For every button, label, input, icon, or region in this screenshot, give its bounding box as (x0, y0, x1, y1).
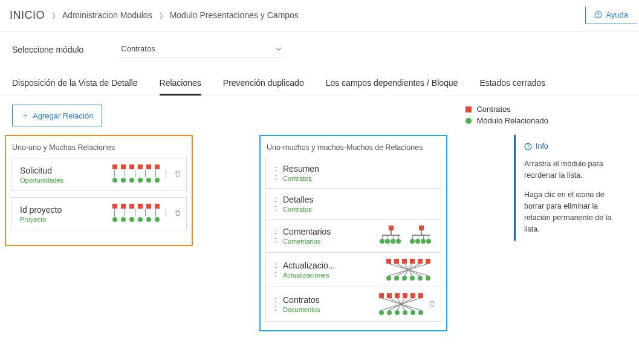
toolbar-row: ＋ Agregar Relación Contratos Módulo Rela… (0, 96, 639, 128)
relation-sub: Proyecto (20, 216, 74, 223)
drag-handle-icon[interactable]: :::: (271, 296, 279, 313)
tab-relations[interactable]: Relaciones (160, 78, 201, 96)
relation-sub: Oportunidades (20, 177, 74, 184)
delete-relation-button[interactable] (174, 209, 181, 219)
relation-sub: Comentarios (283, 238, 337, 245)
relation-card[interactable]: :::: Actualizacio... Actualizaciones (265, 253, 441, 287)
legend-green-label: Módulo Relacionado (476, 116, 548, 125)
topbar: INICIO ❯ Administracion Modulos ❯ Modulo… (0, 0, 639, 32)
relation-title: Resumen (283, 164, 337, 174)
relation-card[interactable]: :::: Resumen Contratos (265, 158, 441, 189)
chevron-right-icon: ❯ (51, 11, 56, 19)
many-many-diagram (379, 293, 425, 315)
drag-handle-icon[interactable]: :::: (271, 195, 279, 212)
add-relation-label: Agregar Relación (33, 111, 93, 120)
module-selector-label: Seleccione módulo (12, 45, 83, 54)
one-many-diagram (380, 226, 432, 246)
chevron-right-icon: ❯ (158, 11, 164, 19)
tab-layout[interactable]: Disposición de la Vista de Detalle (12, 78, 138, 96)
question-circle-icon (594, 11, 602, 19)
drag-handle-icon[interactable]: :::: (271, 164, 279, 181)
legend-green-swatch (465, 118, 472, 124)
one-many-panel: Uno-muchos y muchos-Muchos de Relaciones… (259, 135, 447, 331)
drag-handle-icon[interactable]: :::: (271, 227, 279, 244)
relation-title: Actualizacio... (283, 261, 337, 270)
relation-sub: Contratos (283, 206, 337, 213)
plus-icon: ＋ (21, 110, 29, 121)
info-circle-icon (524, 143, 532, 151)
module-select[interactable]: Contratos (120, 42, 283, 57)
relation-sub: Documentos (283, 306, 337, 313)
breadcrumb-home[interactable]: INICIO (10, 9, 45, 22)
info-text: Haga clic en el icono de borrar para eli… (524, 189, 626, 235)
columns: Uno-uno y Muchas Relaciones Solicitud Op… (0, 128, 639, 331)
relation-card[interactable]: :::: Detalles Contratos (265, 189, 441, 219)
tab-closed[interactable]: Estados cerrados (479, 78, 545, 96)
chevron-down-icon (276, 46, 282, 52)
relation-title: Detalles (283, 195, 337, 204)
drag-handle-icon[interactable]: :::: (271, 261, 279, 278)
legend: Contratos Módulo Relacionado (465, 105, 627, 128)
info-text: Arrastra el módulo para reordenar la lis… (524, 158, 626, 181)
info-panel: Info Arrastra el módulo para reordenar l… (514, 135, 634, 241)
one-one-diagram (112, 164, 170, 184)
tabs: Disposición de la Vista de Detalle Relac… (0, 62, 639, 96)
delete-relation-button[interactable] (429, 299, 436, 310)
tab-duplicate[interactable]: Prevención duplicado (223, 78, 304, 96)
info-title: Info (524, 141, 626, 152)
breadcrumb-l2[interactable]: Modulo Presentaciones y Campos (170, 10, 299, 20)
breadcrumb: INICIO ❯ Administracion Modulos ❯ Modulo… (10, 9, 299, 22)
relation-title: Comentarios (283, 227, 337, 236)
one-one-title: Uno-uno y Muchas Relaciones (12, 143, 186, 152)
relation-title: Solicitud (20, 166, 74, 175)
svg-point-16 (528, 145, 528, 145)
relation-card[interactable]: Solicitud Oportunidades (11, 158, 187, 191)
help-button[interactable]: Ayuda (585, 6, 637, 24)
relation-sub: Actualizaciones (283, 271, 337, 279)
legend-red-swatch (465, 106, 472, 112)
one-many-title: Uno-muchos y muchos-Muchos de Relaciones (267, 143, 440, 152)
tab-dependent[interactable]: Los campos dependientes / Bloque (326, 78, 458, 96)
relation-sub: Contratos (283, 175, 337, 182)
module-select-value: Contratos (121, 44, 155, 53)
delete-relation-button[interactable] (174, 169, 181, 180)
relation-title: Id proyecto (20, 205, 74, 215)
relation-card[interactable]: :::: Comentarios Comentarios (265, 219, 441, 253)
relation-card[interactable]: :::: Contratos Documentos (265, 287, 441, 322)
legend-red-label: Contratos (476, 105, 510, 114)
breadcrumb-l1[interactable]: Administracion Modulos (62, 10, 152, 20)
module-selector-row: Seleccione módulo Contratos (0, 32, 639, 62)
svg-point-1 (598, 16, 598, 17)
one-one-diagram (112, 204, 170, 224)
help-label: Ayuda (606, 10, 628, 19)
relation-card[interactable]: Id proyecto Proyecto (11, 197, 187, 230)
relation-title: Contratos (283, 295, 337, 305)
add-relation-button[interactable]: ＋ Agregar Relación (12, 105, 102, 126)
one-one-panel: Uno-uno y Muchas Relaciones Solicitud Op… (5, 135, 193, 246)
many-many-diagram (386, 259, 432, 281)
